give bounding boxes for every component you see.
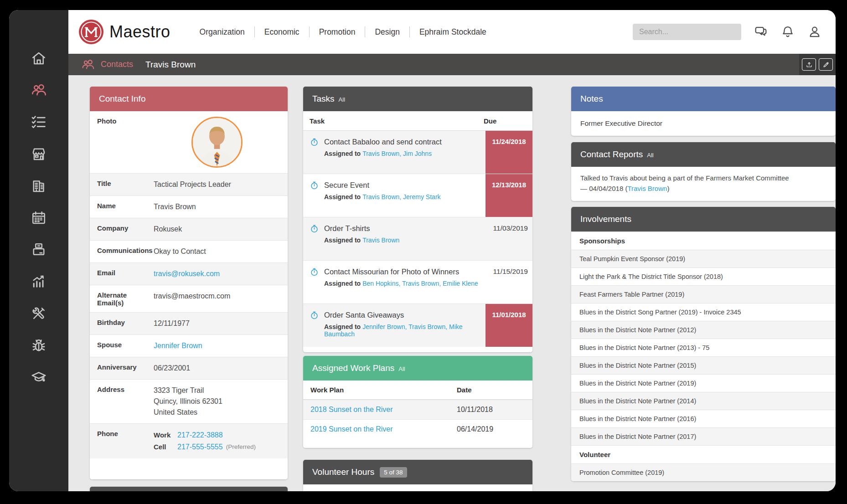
field-value: travis@maestrocm.com [154,291,280,307]
breadcrumb-bar: Contacts Travis Brown [68,54,836,75]
bug-icon[interactable] [31,337,47,354]
calendar-icon[interactable] [31,210,47,226]
work-plan-row: 2018 Sunset on the River10/11/2018 [303,400,532,419]
logo-text: Maestro [109,22,170,41]
chat-icon[interactable] [754,25,768,39]
contact-reports-all-link[interactable]: All [647,152,653,159]
due-column-label: Due [479,117,526,125]
work-plan-link[interactable]: 2019 Sunset on the River [310,425,393,433]
nav-item-economic[interactable]: Economic [263,25,300,40]
upload-button[interactable] [802,58,816,71]
volunteer-hours-card: Volunteer Hours 5 of 38 [303,460,532,491]
field-label: Photo [97,117,154,168]
task-title: Contact Missourian for Photo of Winners [324,267,459,276]
timer-icon [310,310,319,320]
assignee-link[interactable]: Travis Brown [362,150,399,157]
column-right: Notes Former Executive Director Contact … [571,87,836,481]
assignee-link[interactable]: Travis Brown [408,323,445,330]
column-left: Contact Info PhotoTitleTactical Projects… [90,87,288,491]
tasks-title: Tasks [312,94,335,104]
tasks-card: Tasks All Task Due Contact Babaloo and s… [303,87,532,352]
assignee-link[interactable]: Travis Brown [402,280,439,287]
report-author-link[interactable]: Travis Brown [627,185,667,192]
assignee-link[interactable]: Jim Johns [403,150,432,157]
education-icon[interactable] [31,369,47,386]
task-details: Contact Missourian for Photo of WinnersA… [303,261,485,303]
work-plan-link[interactable]: 2018 Sunset on the River [310,406,393,413]
phone-number-link[interactable]: 217-555-5555 [177,441,223,453]
contact-field-alternate-email-s-: Alternate Email(s)travis@maestrocm.com [90,285,288,312]
notes-card: Notes Former Executive Director [571,87,836,136]
nav-item-organization[interactable]: Organization [199,25,246,40]
nav-divider [309,26,310,37]
phone-number-link[interactable]: 217-222-3888 [177,429,223,441]
task-row[interactable]: Secure EventAssigned toTravis Brown, Jer… [303,174,532,217]
assignee-link[interactable]: Ben Hopkins [362,280,398,287]
work-plans-all-link[interactable]: All [398,365,405,372]
contact-photo [191,117,243,168]
timer-icon [310,180,319,190]
task-row[interactable]: Contact Missourian for Photo of WinnersA… [303,260,532,303]
work-plans-title: Assigned Work Plans [312,363,394,373]
assignee-link[interactable]: Travis Brown [362,237,399,244]
reports-icon[interactable] [31,273,47,290]
work-plan-date: 10/11/2018 [457,406,525,414]
user-access-card: User Access [90,487,288,491]
main-nav: OrganizationEconomicPromotionDesignEphra… [199,25,487,40]
contact-field-email: Emailtravis@rokusek.com [90,262,288,285]
home-icon[interactable] [31,50,47,67]
search-input[interactable] [633,24,741,40]
breadcrumb-section[interactable]: Contacts [101,60,133,69]
nav-item-promotion[interactable]: Promotion [318,25,356,40]
logo[interactable]: Maestro [78,19,170,45]
field-label: Address [97,385,154,418]
field-value-link[interactable]: travis@rokusek.com [154,270,220,278]
task-row[interactable]: Contact Babaloo and send contractAssigne… [303,131,532,174]
due-date-overdue: 12/13/2018 [485,174,532,217]
task-row[interactable]: Order Santa GiveawaysAssigned toJennifer… [303,303,532,347]
field-label: Name [97,201,154,212]
contacts-icon[interactable] [31,82,47,98]
task-assignees: Assigned toTravis Brown [310,237,482,244]
timer-icon [310,137,319,147]
nav-divider [254,26,255,37]
page-title: Travis Brown [145,60,196,70]
nav-divider [365,26,365,37]
contact-field-name: NameTravis Brown [90,195,288,218]
assignee-link[interactable]: Travis Brown [362,193,399,201]
volunteer-hours-body [303,484,532,491]
involvement-item: Blues in the District Song Partner (2019… [571,303,836,321]
phone-kind-label: Cell [154,441,177,453]
tasks-all-link[interactable]: All [339,96,345,103]
edit-button[interactable] [819,58,833,71]
task-title: Contact Babaloo and send contract [324,138,442,146]
assignee-link[interactable]: Emilie Klene [443,280,478,287]
due-date-overdue: 11/24/2018 [485,131,532,174]
field-value: Rokusek [154,224,280,235]
user-icon[interactable] [807,25,822,39]
tasks-icon[interactable] [31,114,47,130]
organizations-icon[interactable] [31,178,47,194]
involvement-item: Blues in the District Note Partner (2015… [571,356,836,374]
record-actions [799,54,836,75]
volunteer-hours-badge: 5 of 38 [380,467,407,478]
involvement-group-header: Volunteer [571,445,836,463]
involvement-item: Blues in the District Note Partner (2019… [571,374,836,392]
field-value-link[interactable]: Jennifer Brown [154,342,202,350]
task-row[interactable]: Order T-shirtsAssigned toTravis Brown11/… [303,217,532,260]
nav-item-ephraim-stockdale[interactable]: Ephraim Stockdale [418,25,487,40]
bell-icon[interactable] [780,25,795,39]
task-assignees: Assigned toTravis Brown, Jeremy Stark [310,193,482,201]
assignee-link[interactable]: Jeremy Stark [403,193,440,201]
field-label: Email [97,268,154,279]
field-label: Phone [97,429,154,453]
storefront-icon[interactable] [31,146,47,162]
contact-field-anniversary: Anniversary06/23/2001 [90,357,288,379]
nav-item-design[interactable]: Design [374,25,400,40]
field-label: Company [97,224,154,235]
tools-icon[interactable] [31,305,47,322]
point-of-sale-icon[interactable] [31,242,47,258]
task-details: Order Santa GiveawaysAssigned toJennifer… [303,304,485,347]
assignee-link[interactable]: Jennifer Brown [362,323,405,330]
tasks-header: Tasks All [303,87,532,111]
